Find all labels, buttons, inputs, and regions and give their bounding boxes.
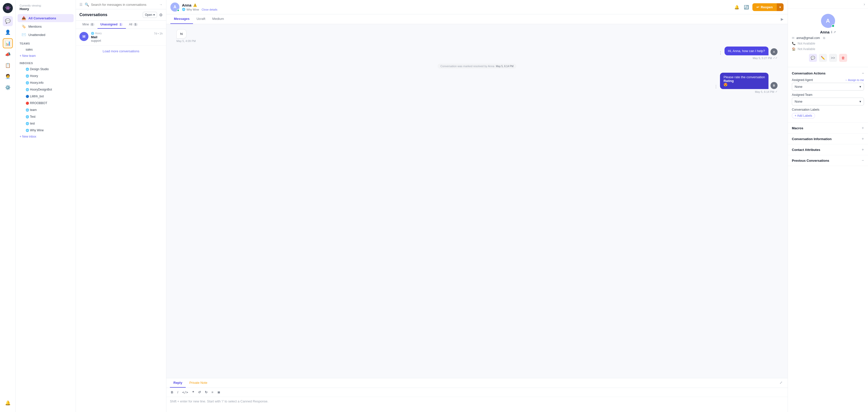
teams-section-label: Teams — [16, 39, 75, 46]
sidebar-inbox-why-wine[interactable]: 🌐 Why Wine — [18, 127, 74, 134]
conv-time: 7d • 1h — [154, 32, 163, 35]
reopen-dropdown-button[interactable]: ▾ — [777, 3, 783, 11]
expand-icon: + — [862, 126, 864, 130]
new-team-button[interactable]: + New team — [16, 53, 75, 59]
share-icon[interactable]: 🔄 — [743, 4, 750, 10]
nav-help-center[interactable]: 🧑‍💼 — [3, 71, 13, 82]
read-receipt: ✓✓ — [773, 56, 778, 60]
info-icon[interactable]: ℹ — [831, 30, 832, 34]
conv-preview-text: support — [91, 39, 152, 42]
email-icon: ✉ — [792, 36, 794, 40]
chat-contact-name: Anna — [182, 3, 191, 7]
search-input[interactable] — [91, 3, 157, 6]
new-conversation-button[interactable]: 💬 — [809, 54, 817, 62]
previous-conversations-section[interactable]: Previous Conversations − — [788, 155, 868, 166]
sidebar-inbox-design-studio[interactable]: 🌐 Design Studio — [18, 66, 74, 72]
sidebar-inbox-test-cap[interactable]: 🌐 Test — [18, 113, 74, 120]
italic-button[interactable]: I — [176, 390, 179, 395]
nav-contacts[interactable]: 👤 — [3, 27, 13, 37]
undo-button[interactable]: ↺ — [197, 390, 202, 395]
avatar: M — [80, 32, 89, 41]
composer-tab-private-note[interactable]: Private Note — [186, 378, 211, 388]
more-options-icon[interactable]: ⋮ — [718, 51, 722, 55]
chat-tab-ucraft[interactable]: Ucraft — [193, 14, 209, 24]
sidebar-inbox-lilithh-bot[interactable]: 🔵 Lilithh_bot — [18, 93, 74, 99]
conv-contact-name: Mail — [91, 35, 152, 39]
sidebar-item-unattended[interactable]: ✉️ Unattended — [18, 31, 74, 39]
conversation-search-bar: ☰ 🔍 → — [76, 0, 166, 9]
ordered-list-button[interactable]: ≣ — [216, 390, 221, 395]
sidebar-inbox-hoory[interactable]: 🌐 Hoory — [18, 73, 74, 79]
message-bubble: Hi, Anna, how can I help? — [724, 47, 769, 55]
add-labels-button[interactable]: + Add Labels — [792, 113, 815, 118]
code-button[interactable]: </> — [181, 390, 189, 395]
bold-button[interactable]: B — [170, 390, 174, 395]
globe-icon: 🌐 — [26, 129, 29, 132]
macros-section[interactable]: Macros + — [788, 123, 868, 134]
redo-button[interactable]: ↻ — [204, 390, 209, 395]
sidebar-inbox-rroobbot[interactable]: 🔴 RROOBBOT — [18, 100, 74, 107]
mute-icon[interactable]: 🔔 — [733, 4, 740, 10]
more-options-icon[interactable]: ⋮ — [714, 84, 718, 89]
tab-mine-label: Mine — [83, 23, 89, 26]
edit-contact-button[interactable]: ✏️ — [819, 54, 827, 62]
delete-contact-button[interactable]: 🗑 — [839, 54, 847, 62]
assigned-agent-select[interactable]: None ▾ — [792, 83, 864, 91]
nav-settings[interactable]: ⚙️ — [3, 83, 13, 93]
expand-panel-icon[interactable]: ▶ — [781, 14, 783, 24]
filter-icon[interactable]: ⚙ — [159, 12, 163, 17]
sidebar-item-label: All Conversations — [28, 16, 56, 20]
system-message: Conversation was marked resolved by Anna… — [437, 64, 517, 69]
merge-contact-button[interactable]: >> — [829, 54, 837, 62]
chat-composer: Reply Private Note ⤢ B I </> ❝ ↺ ↻ ≡ ≣ S… — [166, 378, 787, 412]
chat-tab-medium[interactable]: Medium — [209, 14, 227, 24]
composer-input[interactable]: Shift + enter for new line. Start with '… — [166, 397, 787, 412]
globe-icon: 🌐 — [26, 75, 29, 78]
nav-conversations[interactable]: 💬 — [3, 16, 13, 26]
tab-mine[interactable]: Mine 0 — [80, 21, 97, 29]
copy-icon[interactable]: ⧉ — [823, 36, 825, 40]
conversation-item[interactable]: M 🌐 Hoory Mail support 7d • 1h — [76, 29, 166, 46]
sidebar-inbox-hoory-design-bot[interactable]: 🌐 HooryDesignBot — [18, 86, 74, 93]
list-button[interactable]: ≡ — [211, 390, 215, 395]
assigned-team-select[interactable]: None ▾ — [792, 97, 864, 106]
contact-attributes-section[interactable]: Contact Attributes + — [788, 144, 868, 155]
sidebar-inbox-team[interactable]: 🌐 team — [18, 107, 74, 113]
hamburger-icon[interactable]: ☰ — [80, 2, 83, 6]
sidebar-inbox-test[interactable]: 🌐 test — [18, 120, 74, 127]
nav-notifications[interactable]: 🔔 — [3, 398, 13, 408]
tab-unassigned[interactable]: Unassigned 1 — [97, 21, 126, 29]
conversation-information-section[interactable]: Conversation Information + — [788, 134, 868, 144]
collapse-icon[interactable]: − — [862, 71, 864, 75]
chat-tabs: Messages Ucraft Medium ▶ — [166, 14, 787, 24]
nav-reports[interactable]: 📊 — [3, 38, 13, 48]
chat-contact-info: Anna ⚠️ 🌐 Why Wine Close details — [182, 3, 217, 11]
avatar: A — [170, 2, 180, 11]
currently-viewing-label: Currently viewing: — [20, 4, 41, 7]
composer-tab-reply[interactable]: Reply — [170, 378, 186, 388]
contact-phone-value: Not Available — [798, 42, 815, 45]
blockquote-button[interactable]: ❝ — [191, 390, 195, 395]
new-inbox-button[interactable]: + New inbox — [16, 134, 75, 139]
close-details-link[interactable]: Close details — [202, 8, 217, 11]
sidebar-inbox-hoory-info[interactable]: 🌐 Hoory.info — [18, 80, 74, 86]
load-more-button[interactable]: Load more conversations — [76, 46, 166, 57]
chevron-right-icon[interactable]: › — [864, 2, 865, 6]
reopen-label: Reopen — [761, 5, 773, 9]
reopen-main-button[interactable]: ↩ Reopen — [752, 3, 777, 11]
sidebar-item-mentions[interactable]: 🏷️ Mentions — [18, 22, 74, 30]
unattended-icon: ✉️ — [22, 33, 26, 37]
status-select[interactable]: Open ▾ — [143, 12, 157, 18]
tab-all[interactable]: All 5 — [126, 21, 141, 29]
chat-tab-messages[interactable]: Messages — [170, 14, 193, 24]
sidebar-item-all-conversations[interactable]: 📥 All Conversations — [18, 14, 74, 22]
globe-icon: 🔵 — [26, 95, 29, 98]
nav-campaigns[interactable]: 📣 — [3, 49, 13, 59]
assign-to-me-button[interactable]: → Assign to me — [845, 79, 864, 82]
nav-tasks[interactable]: 📋 — [3, 60, 13, 70]
search-arrow-icon[interactable]: → — [159, 2, 163, 6]
sidebar-team-sales[interactable]: sales — [18, 46, 74, 53]
composer-expand-icon[interactable]: ⤢ — [778, 378, 784, 388]
external-link-icon[interactable]: ↗ — [833, 30, 836, 34]
conversation-actions-label: Conversation Actions — [792, 71, 826, 75]
